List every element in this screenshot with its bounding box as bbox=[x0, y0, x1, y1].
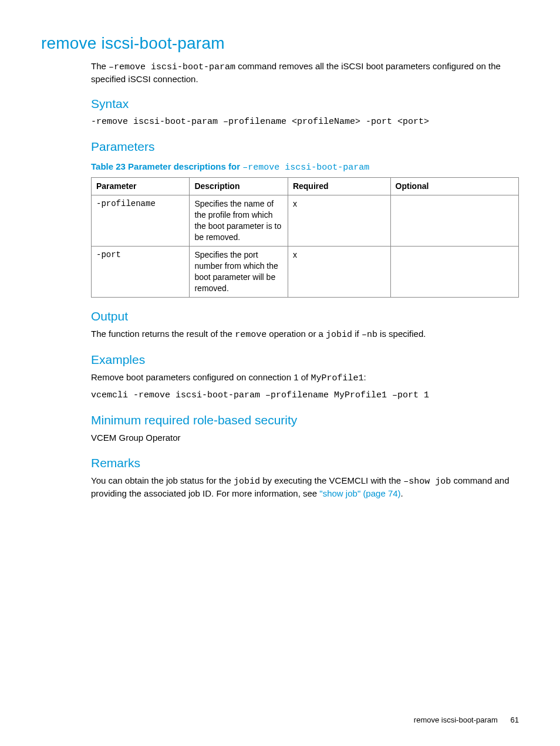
intro-pre: The bbox=[91, 61, 109, 71]
ex-code: MyProfile1 bbox=[311, 373, 363, 383]
show-job-link[interactable]: "show job" (page 74) bbox=[319, 488, 400, 498]
output-c1: remove bbox=[235, 330, 266, 340]
cell-req: x bbox=[288, 195, 390, 247]
col-description: Description bbox=[190, 178, 288, 195]
rm-t4: . bbox=[401, 488, 403, 498]
examples-code: vcemcli -remove iscsi-boot-param –profil… bbox=[91, 390, 519, 401]
cell-opt bbox=[390, 195, 518, 247]
output-t1: The function returns the result of the bbox=[91, 329, 235, 339]
intro-text: The –remove iscsi-boot-param command rem… bbox=[91, 60, 519, 86]
output-c3: –nb bbox=[362, 330, 377, 340]
syntax-heading: Syntax bbox=[91, 96, 519, 112]
output-c2: jobid bbox=[326, 330, 352, 340]
cell-desc: Specifies the name of the profile from w… bbox=[190, 195, 288, 247]
examples-line1: Remove boot parameters configured on con… bbox=[91, 372, 519, 384]
remarks-heading: Remarks bbox=[91, 455, 519, 471]
output-text: The function returns the result of the r… bbox=[91, 328, 519, 341]
remarks-text: You can obtain the job status for the jo… bbox=[91, 475, 519, 500]
rm-c1: jobid bbox=[234, 477, 260, 487]
cell-desc: Specifies the port number from which the… bbox=[190, 246, 288, 297]
security-text: VCEM Group Operator bbox=[91, 432, 519, 444]
table-row: -profilename Specifies the name of the p… bbox=[92, 195, 519, 247]
table-header-row: Parameter Description Required Optional bbox=[92, 178, 519, 195]
parameters-heading: Parameters bbox=[91, 139, 519, 155]
rm-c2: –show job bbox=[403, 477, 451, 487]
examples-heading: Examples bbox=[91, 352, 519, 368]
table-row: -port Specifies the port number from whi… bbox=[92, 246, 519, 297]
rm-t2: by executing the VCEMCLI with the bbox=[260, 475, 403, 485]
output-t3: if bbox=[352, 329, 362, 339]
cell-opt bbox=[390, 246, 518, 297]
syntax-code: -remove iscsi-boot-param –profilename <p… bbox=[91, 116, 519, 128]
col-optional: Optional bbox=[390, 178, 518, 195]
cell-param: -port bbox=[92, 246, 190, 297]
caption-code: –remove iscsi-boot-param bbox=[242, 163, 369, 173]
intro-command: –remove iscsi-boot-param bbox=[109, 62, 235, 72]
ex-pre: Remove boot parameters configured on con… bbox=[91, 372, 311, 382]
col-parameter: Parameter bbox=[92, 178, 190, 195]
security-heading: Minimum required role-based security bbox=[91, 412, 519, 428]
output-t2: operation or a bbox=[266, 329, 326, 339]
cell-req: x bbox=[288, 246, 390, 297]
rm-t1: You can obtain the job status for the bbox=[91, 475, 234, 485]
col-required: Required bbox=[288, 178, 390, 195]
ex-post: : bbox=[363, 372, 366, 382]
cell-param: -profilename bbox=[92, 195, 190, 247]
output-heading: Output bbox=[91, 308, 519, 325]
table-caption: Table 23 Parameter descriptions for –rem… bbox=[91, 161, 519, 174]
output-t4: is specified. bbox=[377, 329, 426, 339]
page-title: remove iscsi-boot-param bbox=[41, 32, 519, 55]
parameters-table: Parameter Description Required Optional … bbox=[91, 177, 519, 297]
caption-prefix: Table 23 Parameter descriptions for bbox=[91, 161, 242, 171]
